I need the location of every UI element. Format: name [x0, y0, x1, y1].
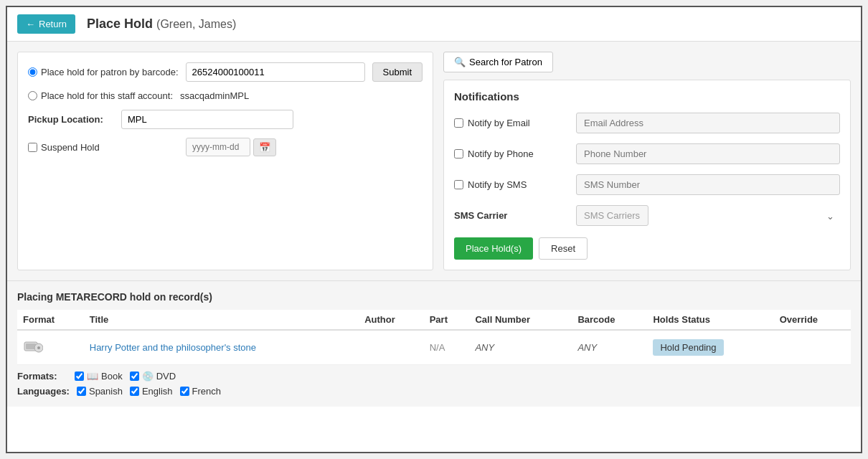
svg-point-3 — [37, 346, 40, 349]
notifications-panel: Notifications Notify by Email Notify by … — [443, 80, 851, 270]
action-buttons: Place Hold(s) Reset — [454, 237, 840, 260]
format-dvd: 💿 DVD — [130, 371, 176, 382]
title-cell: Harry Potter and the philosopher's stone — [84, 330, 359, 365]
lang-english: English — [130, 386, 173, 397]
format-book-label: Book — [101, 371, 123, 382]
col-holds-status: Holds Status — [647, 310, 773, 330]
barcode-cell: ANY — [572, 330, 647, 365]
bottom-section: Placing METARECORD hold on record(s) For… — [7, 280, 861, 407]
col-barcode: Barcode — [572, 310, 647, 330]
staff-account-row: Place hold for this staff account: ssacq… — [28, 90, 423, 101]
notify-phone-checkbox[interactable] — [454, 149, 463, 158]
return-label: Return — [39, 19, 67, 29]
sms-number-input[interactable] — [576, 174, 840, 195]
dvd-icon: 💿 — [142, 371, 154, 382]
languages-row: Languages: Spanish English French — [17, 386, 851, 397]
pickup-location-row: Pickup Location: — [28, 110, 423, 129]
reset-button[interactable]: Reset — [539, 237, 588, 260]
formats-label: Formats: — [17, 371, 67, 382]
arrow-left-icon: ← — [26, 19, 35, 29]
search-patron-button[interactable]: 🔍 Search for Patron — [443, 52, 553, 72]
notifications-title: Notifications — [454, 90, 840, 103]
format-dvd-checkbox[interactable] — [130, 372, 139, 381]
search-icon: 🔍 — [454, 57, 466, 67]
search-patron-bar: 🔍 Search for Patron — [443, 52, 851, 72]
col-format: Format — [17, 310, 84, 330]
date-input-wrap: 📅 — [186, 138, 276, 156]
barcode-input[interactable] — [186, 62, 365, 82]
col-call-number: Call Number — [469, 310, 572, 330]
override-cell — [774, 330, 851, 365]
staff-account-label: Place hold for this staff account: — [28, 90, 173, 101]
left-panel: Place hold for patron by barcode: Submit… — [17, 52, 433, 270]
lang-spanish-label: Spanish — [89, 386, 123, 397]
lang-english-label: English — [142, 386, 173, 397]
holds-status-cell: Hold Pending — [647, 330, 773, 365]
place-holds-button[interactable]: Place Hold(s) — [454, 237, 533, 260]
notify-email-row: Notify by Email — [454, 113, 840, 133]
notify-sms-label: Notify by SMS — [454, 179, 569, 190]
notify-phone-label: Notify by Phone — [454, 148, 569, 159]
book-icon: 📖 — [87, 371, 98, 382]
sms-carrier-row: SMS Carrier SMS Carriers — [454, 205, 840, 226]
lang-spanish: Spanish — [77, 386, 123, 397]
records-table: Format Title Author Part Call Number Bar… — [17, 310, 851, 365]
lang-french-checkbox[interactable] — [180, 387, 189, 396]
sms-carrier-select[interactable]: SMS Carriers — [576, 205, 648, 226]
notify-sms-row: Notify by SMS — [454, 174, 840, 195]
search-patron-label: Search for Patron — [469, 57, 542, 67]
col-author: Author — [359, 310, 424, 330]
barcode-radio[interactable] — [28, 67, 37, 77]
record-format-icon — [23, 336, 43, 356]
page-title: Place Hold (Green, James) — [87, 16, 236, 32]
table-row: Harry Potter and the philosopher's stone… — [17, 330, 851, 365]
email-address-input[interactable] — [576, 113, 840, 133]
lang-spanish-checkbox[interactable] — [77, 387, 86, 396]
staff-account-value: ssacqadminMPL — [180, 90, 249, 101]
col-override: Override — [774, 310, 851, 330]
suspend-hold-label: Suspend Hold — [28, 142, 136, 153]
sms-carrier-wrap: SMS Carriers — [576, 205, 840, 226]
suspend-hold-row: Suspend Hold 📅 — [28, 138, 423, 156]
lang-french: French — [180, 386, 221, 397]
barcode-label: Place hold for patron by barcode: — [28, 67, 179, 77]
date-input[interactable] — [186, 138, 250, 156]
lang-french-label: French — [192, 386, 221, 397]
right-panel: 🔍 Search for Patron Notifications Notify… — [443, 52, 851, 270]
sms-carrier-label: SMS Carrier — [454, 210, 569, 221]
call-number-cell: ANY — [469, 330, 572, 365]
format-cell — [17, 330, 84, 365]
metarecord-title: Placing METARECORD hold on record(s) — [17, 291, 851, 303]
notify-email-checkbox[interactable] — [454, 118, 463, 128]
title-link[interactable]: Harry Potter and the philosopher's stone — [90, 342, 256, 353]
patron-name: (Green, James) — [156, 18, 236, 30]
calendar-button[interactable]: 📅 — [253, 138, 276, 156]
formats-row: Formats: 📖 Book 💿 DVD — [17, 371, 851, 382]
notify-sms-checkbox[interactable] — [454, 180, 463, 189]
staff-account-radio[interactable] — [28, 91, 37, 100]
notify-email-label: Notify by Email — [454, 118, 569, 128]
part-cell: N/A — [424, 330, 470, 365]
barcode-row: Place hold for patron by barcode: Submit — [28, 62, 423, 82]
lang-english-checkbox[interactable] — [130, 387, 139, 396]
format-dvd-label: DVD — [156, 371, 176, 382]
pickup-location-label: Pickup Location: — [28, 114, 114, 125]
submit-button[interactable]: Submit — [372, 62, 423, 82]
return-button[interactable]: ← Return — [17, 14, 75, 34]
col-part: Part — [424, 310, 470, 330]
pickup-location-input[interactable] — [121, 110, 293, 129]
author-cell — [359, 330, 424, 365]
suspend-hold-checkbox[interactable] — [28, 143, 37, 152]
phone-number-input[interactable] — [576, 143, 840, 164]
format-book-checkbox[interactable] — [75, 372, 84, 381]
notify-phone-row: Notify by Phone — [454, 143, 840, 164]
col-title: Title — [84, 310, 359, 330]
format-book: 📖 Book — [75, 371, 123, 382]
languages-label: Languages: — [17, 386, 70, 397]
hold-pending-badge: Hold Pending — [653, 339, 723, 356]
